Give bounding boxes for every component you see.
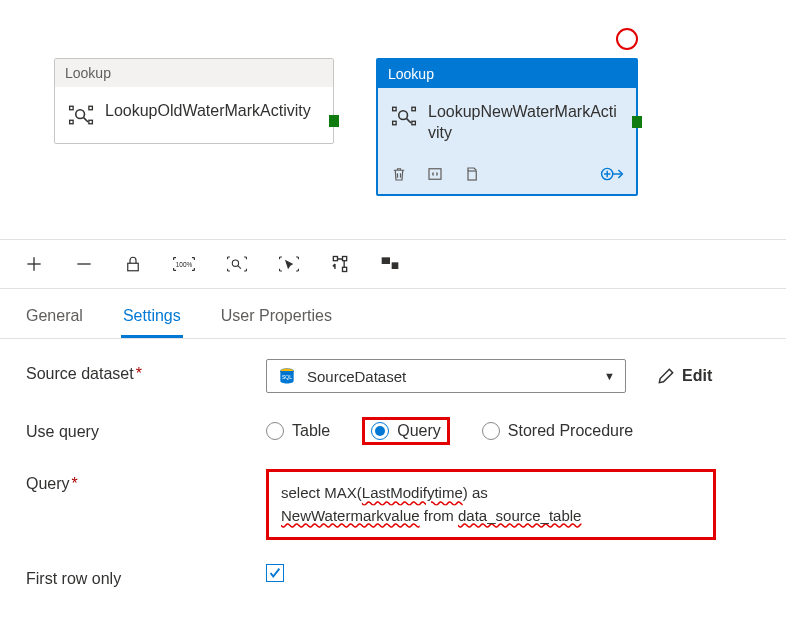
annotation-circle xyxy=(616,28,638,50)
svg-line-24 xyxy=(238,266,241,269)
query-input[interactable]: select MAX(LastModifytime) as NewWaterma… xyxy=(266,469,716,540)
canvas-toolbar: 100% xyxy=(0,240,786,289)
source-dataset-select[interactable]: SQL SourceDataset ▼ xyxy=(266,359,626,393)
first-row-only-checkbox[interactable] xyxy=(266,564,284,582)
first-row-only-label: First row only xyxy=(26,564,266,588)
radio-stored-procedure[interactable]: Stored Procedure xyxy=(482,422,633,440)
align-icon[interactable] xyxy=(380,255,400,273)
svg-rect-7 xyxy=(393,121,397,125)
svg-rect-2 xyxy=(89,106,93,110)
activity-type-label: Lookup xyxy=(55,59,333,87)
svg-rect-6 xyxy=(393,107,397,111)
svg-rect-8 xyxy=(412,107,416,111)
autolayout-icon[interactable] xyxy=(330,254,350,274)
svg-rect-12 xyxy=(429,168,441,179)
svg-text:100%: 100% xyxy=(176,261,193,268)
svg-rect-28 xyxy=(382,257,390,264)
annotation-highlight-query: Query xyxy=(362,417,450,445)
tab-bar: General Settings User Properties xyxy=(0,289,786,339)
svg-point-10 xyxy=(399,111,408,120)
svg-text:SQL: SQL xyxy=(282,374,292,380)
tab-general[interactable]: General xyxy=(24,301,85,338)
svg-line-5 xyxy=(84,118,88,122)
use-query-label: Use query xyxy=(26,417,266,441)
add-output-icon[interactable] xyxy=(600,164,624,184)
svg-rect-29 xyxy=(392,262,399,269)
radio-query[interactable]: Query xyxy=(371,422,441,440)
code-icon[interactable] xyxy=(426,165,444,183)
svg-rect-26 xyxy=(343,257,347,261)
source-dataset-label: Source dataset* xyxy=(26,359,266,383)
activity-type-label: Lookup xyxy=(378,60,636,88)
activity-name: LookupNewWaterMarkActivity xyxy=(428,102,624,144)
lookup-icon xyxy=(67,101,95,129)
svg-rect-0 xyxy=(70,106,74,110)
pencil-icon xyxy=(656,366,676,386)
svg-line-11 xyxy=(407,119,411,123)
settings-form: Source dataset* SQL SourceDataset ▼ Edit… xyxy=(0,339,786,632)
svg-rect-9 xyxy=(412,121,416,125)
delete-icon[interactable] xyxy=(390,165,408,183)
copy-icon[interactable] xyxy=(462,165,480,183)
dataset-value: SourceDataset xyxy=(307,368,594,385)
query-label: Query* xyxy=(26,469,266,493)
activity-lookup-old[interactable]: Lookup LookupOldWaterMarkActivity xyxy=(54,58,334,144)
edit-button[interactable]: Edit xyxy=(656,366,712,386)
svg-rect-1 xyxy=(70,120,74,124)
radio-table[interactable]: Table xyxy=(266,422,330,440)
output-handle[interactable] xyxy=(632,116,642,128)
zoom-fit-icon[interactable] xyxy=(226,255,248,273)
output-handle[interactable] xyxy=(329,115,339,127)
remove-icon[interactable] xyxy=(74,254,94,274)
svg-point-4 xyxy=(76,110,85,119)
lock-icon[interactable] xyxy=(124,254,142,274)
sql-icon: SQL xyxy=(277,366,297,386)
svg-point-23 xyxy=(232,260,238,266)
pipeline-canvas[interactable]: Lookup LookupOldWaterMarkActivity Lookup… xyxy=(0,0,786,240)
add-icon[interactable] xyxy=(24,254,44,274)
svg-rect-21 xyxy=(128,263,139,271)
svg-rect-13 xyxy=(468,171,476,180)
tab-settings[interactable]: Settings xyxy=(121,301,183,338)
activity-name: LookupOldWaterMarkActivity xyxy=(105,101,311,122)
activity-lookup-new[interactable]: Lookup LookupNewWaterMarkActivity xyxy=(376,58,638,196)
tab-user-properties[interactable]: User Properties xyxy=(219,301,334,338)
zoom-100-icon[interactable]: 100% xyxy=(172,255,196,273)
caret-down-icon: ▼ xyxy=(604,370,615,382)
svg-rect-25 xyxy=(333,257,337,261)
svg-rect-3 xyxy=(89,120,93,124)
select-icon[interactable] xyxy=(278,255,300,273)
svg-rect-27 xyxy=(343,267,347,271)
lookup-icon xyxy=(390,102,418,130)
